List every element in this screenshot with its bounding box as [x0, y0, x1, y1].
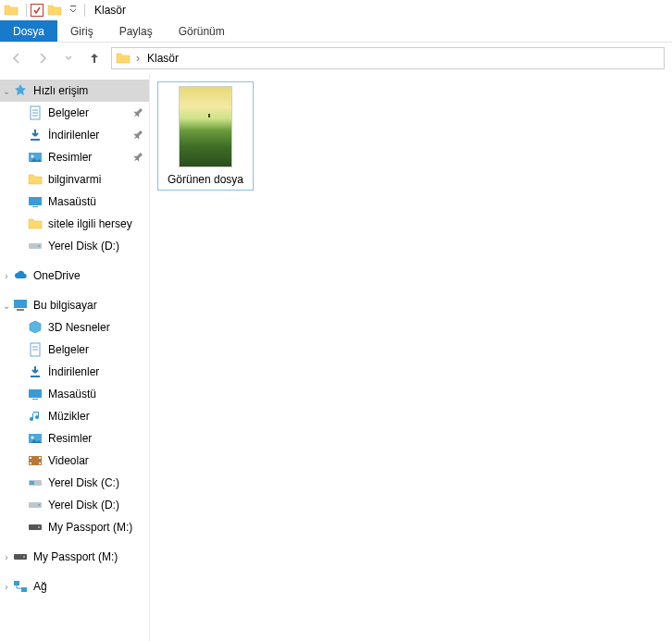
sidebar-quick-access[interactable]: ⌄ Hızlı erişim	[0, 80, 149, 102]
desktop-icon	[28, 194, 43, 209]
svg-rect-12	[14, 300, 27, 308]
file-item[interactable]: Görünen dosya	[157, 81, 254, 191]
sidebar-item-desktop[interactable]: Masaüstü	[0, 383, 149, 405]
sidebar-item-desktop[interactable]: Masaüstü	[0, 191, 149, 213]
title-bar: Klasör	[0, 0, 672, 20]
expand-icon[interactable]: ›	[2, 552, 11, 562]
expand-icon[interactable]: ›	[2, 271, 11, 281]
svg-rect-25	[39, 457, 41, 459]
pin-icon	[131, 105, 146, 121]
svg-rect-9	[32, 206, 38, 207]
drive-icon	[28, 239, 43, 253]
star-icon	[13, 83, 28, 98]
svg-point-34	[23, 556, 25, 558]
sidebar-item-documents[interactable]: Belgeler	[0, 102, 149, 124]
cube-icon	[28, 320, 43, 335]
sidebar-passport-root[interactable]: › My Passport (M:)	[0, 546, 149, 568]
network-icon	[13, 579, 28, 594]
pictures-icon	[28, 431, 43, 446]
drive-icon	[13, 549, 28, 564]
sidebar-item-label: Videolar	[48, 454, 89, 467]
chevron-right-icon[interactable]: ›	[132, 52, 143, 65]
collapse-icon[interactable]: ⌄	[2, 301, 11, 311]
forward-button[interactable]	[33, 49, 52, 68]
navigation-pane: ⌄ Hızlı erişim Belgeler İndirilenler Res…	[0, 74, 150, 641]
svg-rect-23	[30, 457, 31, 459]
nav-row: › Klasör	[0, 43, 672, 74]
file-list[interactable]: Görünen dosya	[150, 74, 672, 641]
sidebar-item-pictures[interactable]: Resimler	[0, 146, 149, 168]
tab-view[interactable]: Görünüm	[166, 20, 238, 42]
sidebar-item-folder[interactable]: sitele ilgili hersey	[0, 213, 149, 235]
sidebar-item-3d[interactable]: 3D Nesneler	[0, 316, 149, 339]
sidebar-item-folder[interactable]: bilginvarmi	[0, 168, 149, 191]
sidebar-item-label: Belgeler	[48, 106, 89, 119]
sidebar-item-label: Müzikler	[48, 410, 90, 423]
sidebar-item-label: OneDrive	[33, 269, 81, 282]
address-bar[interactable]: › Klasör	[111, 47, 665, 69]
drive-icon	[28, 520, 43, 535]
sidebar-item-label: sitele ilgili hersey	[48, 217, 132, 230]
sidebar-item-label: Resimler	[48, 151, 92, 164]
svg-rect-24	[30, 462, 31, 464]
qat-folder-icon[interactable]	[47, 3, 62, 18]
sidebar-item-downloads[interactable]: İndirilenler	[0, 361, 149, 383]
sidebar-this-pc[interactable]: ⌄ Bu bilgisayar	[0, 294, 149, 316]
sidebar-item-passport[interactable]: My Passport (M:)	[0, 516, 149, 538]
sidebar-item-label: İndirilenler	[48, 365, 99, 378]
svg-rect-5	[31, 139, 40, 141]
sidebar-item-label: İndirilenler	[48, 129, 99, 142]
sidebar-item-disk-d[interactable]: Yerel Disk (D:)	[0, 235, 149, 257]
document-icon	[28, 105, 43, 120]
drive-icon	[28, 498, 43, 512]
sidebar-item-label: Yerel Disk (D:)	[48, 240, 119, 253]
back-button[interactable]	[7, 49, 26, 68]
drive-icon	[28, 475, 43, 490]
pin-icon	[131, 128, 146, 143]
breadcrumb-segment[interactable]: Klasör	[143, 52, 182, 65]
ribbon-tabs: Dosya Giriş Paylaş Görünüm	[0, 20, 672, 43]
sidebar-item-disk-d[interactable]: Yerel Disk (D:)	[0, 494, 149, 516]
image-thumbnail	[179, 86, 232, 167]
sidebar-item-label: Yerel Disk (D:)	[48, 499, 119, 512]
folder-icon	[28, 172, 43, 187]
sidebar-item-videos[interactable]: Videolar	[0, 450, 149, 472]
sidebar-item-pictures[interactable]: Resimler	[0, 427, 149, 450]
sidebar-item-downloads[interactable]: İndirilenler	[0, 124, 149, 146]
svg-point-30	[38, 504, 40, 506]
folder-icon	[28, 216, 43, 231]
sidebar-item-documents[interactable]: Belgeler	[0, 339, 149, 361]
window-title: Klasör	[94, 4, 126, 17]
file-name-label: Görünen dosya	[168, 173, 243, 186]
sidebar-network[interactable]: › Ağ	[0, 575, 149, 598]
expand-icon[interactable]: ›	[2, 582, 11, 592]
qat-properties-icon[interactable]	[31, 4, 44, 17]
document-icon	[28, 342, 43, 357]
pictures-icon	[28, 150, 43, 165]
explorer-body: ⌄ Hızlı erişim Belgeler İndirilenler Res…	[0, 74, 672, 641]
music-icon	[28, 409, 43, 424]
separator	[84, 4, 85, 17]
sidebar-item-label: Hızlı erişim	[33, 84, 88, 97]
up-button[interactable]	[85, 49, 104, 68]
sidebar-item-music[interactable]: Müzikler	[0, 405, 149, 427]
collapse-icon[interactable]: ⌄	[2, 86, 11, 96]
pc-icon	[13, 298, 28, 313]
svg-point-21	[31, 437, 34, 439]
tab-file[interactable]: Dosya	[0, 20, 57, 42]
video-icon	[28, 453, 43, 468]
sidebar-item-label: My Passport (M:)	[48, 521, 132, 534]
sidebar-item-label: Bu bilgisayar	[33, 299, 97, 312]
tab-share[interactable]: Paylaş	[106, 20, 166, 42]
sidebar-item-disk-c[interactable]: Yerel Disk (C:)	[0, 472, 149, 494]
sidebar-item-label: My Passport (M:)	[33, 550, 118, 563]
qat-dropdown-icon[interactable]	[69, 6, 77, 15]
sidebar-item-label: Belgeler	[48, 343, 89, 356]
recent-dropdown[interactable]	[59, 49, 78, 68]
sidebar-item-label: Masaüstü	[48, 388, 96, 401]
cloud-icon	[13, 268, 28, 283]
download-icon	[28, 128, 43, 142]
tab-home[interactable]: Giriş	[57, 20, 106, 42]
svg-rect-26	[39, 462, 41, 464]
sidebar-onedrive[interactable]: › OneDrive	[0, 265, 149, 287]
